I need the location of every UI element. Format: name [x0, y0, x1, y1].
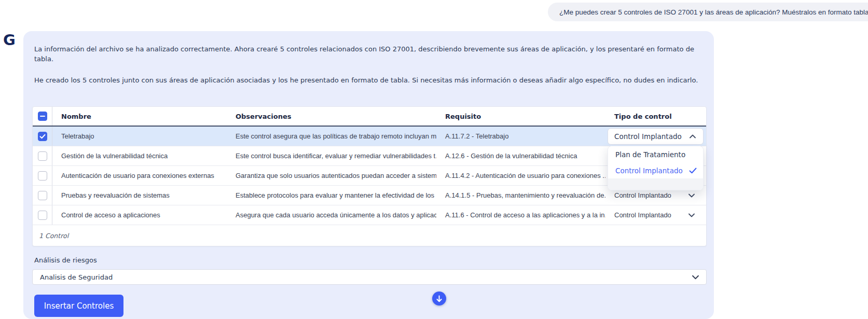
risk-analysis-select[interactable]: Analisis de Seguridad [32, 269, 707, 285]
table-row[interactable]: Gestión de la vulnerabilidad técnica Est… [33, 146, 706, 166]
controls-table: Nombre Observaciones Requisito Tipo de c… [32, 106, 707, 246]
assistant-paragraph-1: La información del archivo se ha analiza… [34, 45, 705, 64]
table-footer: 1 Control [33, 225, 706, 246]
cell-observaciones: Asegura que cada usuario acceda únicamen… [227, 211, 436, 219]
table-row[interactable]: Control de acceso a aplicaciones Asegura… [33, 205, 706, 225]
chevron-up-icon [690, 134, 696, 138]
cell-nombre: Gestión de la vulnerabilidad técnica [52, 152, 227, 160]
cell-nombre: Pruebas y reevaluación de sistemas [52, 191, 227, 199]
scroll-down-button[interactable] [432, 292, 446, 306]
row-checkbox[interactable] [38, 171, 47, 181]
cell-requisito: A.14.1.5 - Pruebas, mantenimiento y reev… [436, 191, 605, 199]
cell-nombre: Control de acceso a aplicaciones [52, 211, 227, 219]
control-type-value: Control Implantado [614, 191, 671, 199]
cell-tipo-de-control[interactable]: Control Implantado [605, 191, 707, 199]
chevron-down-icon [692, 275, 699, 280]
user-message-text: ¿Me puedes crear 5 controles de ISO 2700… [559, 8, 868, 16]
row-checkbox[interactable] [38, 191, 47, 200]
column-header-observaciones: Observaciones [227, 113, 436, 120]
dropdown-footer-strip [608, 178, 703, 190]
avatar-letter: G [3, 31, 16, 49]
row-checkbox[interactable] [38, 132, 47, 141]
option-label: Plan de Tratamiento [615, 150, 685, 159]
row-checkbox-cell [33, 146, 52, 165]
cell-requisito: A.11.7.2 - Teletrabajo [436, 132, 605, 140]
cell-requisito: A.12.6 - Gestión de la vulnerabilidad té… [436, 152, 605, 160]
cell-tipo-de-control[interactable]: Control Implantado [605, 211, 707, 219]
chevron-down-icon [688, 193, 695, 198]
cell-nombre: Teletrabajo [52, 132, 227, 140]
select-all-checkbox[interactable] [38, 112, 47, 121]
assistant-message-panel: La información del archivo se ha analiza… [23, 31, 714, 319]
row-checkbox-cell [33, 186, 52, 205]
cell-observaciones: Establece protocolos para evaluar y mant… [227, 191, 436, 199]
row-checkbox-cell [33, 205, 52, 225]
table-row[interactable]: Autenticación de usuario para conexiones… [33, 166, 706, 186]
cell-requisito: A.11.4.2 - Autenticación de usuario para… [436, 172, 605, 179]
assistant-avatar-logo: G [3, 31, 22, 49]
table-header-row: Nombre Observaciones Requisito Tipo de c… [33, 107, 706, 127]
header-checkbox-cell [33, 107, 52, 126]
chat-page: ¿Me puedes crear 5 controles de ISO 2700… [0, 0, 868, 319]
column-header-tipo-de-control: Tipo de control [605, 113, 707, 120]
column-header-nombre: Nombre [52, 113, 227, 120]
minus-icon [39, 113, 46, 119]
option-label: Control Implantado [615, 167, 683, 175]
cell-nombre: Autenticación de usuario para conexiones… [52, 172, 227, 179]
row-checkbox[interactable] [38, 151, 47, 161]
user-message-bubble: ¿Me puedes crear 5 controles de ISO 2700… [548, 3, 868, 21]
check-icon [689, 168, 697, 174]
control-type-dropdown-trigger[interactable]: Control Implantado [608, 128, 704, 145]
risk-analysis-label: Análisis de riesgos [34, 256, 97, 264]
dropdown-option-control-implantado[interactable]: Control Implantado [608, 162, 703, 178]
control-type-selected-value: Control Implantado [614, 132, 682, 141]
cell-observaciones: Este control busca identificar, evaluar … [227, 152, 436, 160]
chevron-down-icon [688, 213, 695, 217]
row-checkbox[interactable] [38, 211, 47, 220]
column-header-requisito: Requisito [436, 113, 605, 120]
assistant-paragraph-2: He creado los 5 controles junto con sus … [34, 76, 705, 86]
cell-observaciones: Este control asegura que las políticas d… [227, 132, 436, 140]
row-checkbox-cell [33, 127, 52, 146]
dropdown-option-plan-de-tratamiento[interactable]: Plan de Tratamiento [608, 146, 703, 162]
row-checkbox-cell [33, 166, 52, 185]
selected-count-label: 1 Control [39, 232, 68, 240]
table-row[interactable]: Teletrabajo Este control asegura que las… [33, 127, 706, 146]
insert-controls-button[interactable]: Insertar Controles [34, 295, 123, 317]
cell-observaciones: Garantiza que solo usuarios autenticados… [227, 172, 436, 179]
check-icon [39, 134, 46, 139]
control-type-value: Control Implantado [614, 211, 671, 219]
table-row[interactable]: Pruebas y reevaluación de sistemas Estab… [33, 186, 706, 205]
risk-analysis-selected-value: Analisis de Seguridad [40, 273, 113, 281]
cell-requisito: A.11.6 - Control de acceso a las aplicac… [436, 211, 605, 219]
arrow-down-circle-icon [436, 295, 443, 302]
control-type-dropdown-menu: Plan de Tratamiento Control Implantado [608, 146, 704, 190]
